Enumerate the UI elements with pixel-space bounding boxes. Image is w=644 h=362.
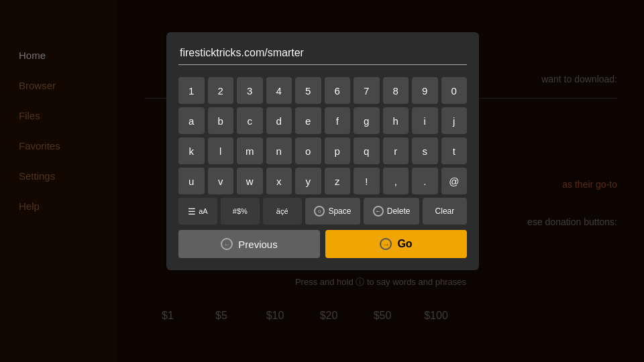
key-a[interactable]: a (178, 107, 205, 134)
go-button[interactable]: → Go (325, 230, 467, 258)
letter-row-3: u v w x y z ! , . @ (178, 168, 467, 194)
key-n[interactable]: n (266, 137, 292, 164)
key-e[interactable]: e (295, 107, 321, 134)
key-r[interactable]: r (383, 137, 409, 164)
menu-icon: ☰ (188, 206, 196, 217)
key-5[interactable]: 5 (295, 77, 321, 104)
go-label: Go (397, 238, 412, 250)
letter-row-2: k l m n o p q r s t (178, 137, 467, 164)
special-row: ☰ aA #$% äçé ○ Space ← Delete Clear (178, 198, 467, 225)
key-q[interactable]: q (354, 137, 380, 164)
circle-delete-icon: ← (373, 206, 384, 217)
key-comma[interactable]: , (383, 168, 409, 194)
number-row: 1 2 3 4 5 6 7 8 9 0 (178, 77, 467, 104)
key-delete[interactable]: ← Delete (364, 198, 419, 225)
key-accents[interactable]: äçé (263, 198, 302, 225)
key-y[interactable]: y (295, 168, 321, 194)
key-space[interactable]: ○ Space (305, 198, 361, 225)
key-period[interactable]: . (412, 168, 438, 194)
key-m[interactable]: m (237, 137, 263, 164)
key-8[interactable]: 8 (383, 77, 409, 104)
key-exclaim[interactable]: ! (354, 168, 380, 194)
key-7[interactable]: 7 (354, 77, 380, 104)
key-c[interactable]: c (237, 107, 263, 134)
key-f[interactable]: f (325, 107, 351, 134)
url-input[interactable] (178, 44, 467, 65)
action-row: ← Previous → Go (178, 230, 467, 258)
key-z[interactable]: z (325, 168, 351, 194)
key-s[interactable]: s (412, 137, 438, 164)
virtual-keyboard: 1 2 3 4 5 6 7 8 9 0 a b c d e f g h i j … (178, 77, 467, 225)
circle-space-icon: ○ (314, 206, 325, 217)
space-label: Space (328, 206, 351, 216)
key-0[interactable]: 0 (441, 77, 468, 104)
circle-go-icon: → (380, 238, 392, 250)
key-w[interactable]: w (237, 168, 263, 194)
key-t[interactable]: t (441, 137, 468, 164)
key-at[interactable]: @ (441, 168, 468, 194)
key-6[interactable]: 6 (325, 77, 351, 104)
letter-row-1: a b c d e f g h i j (178, 107, 467, 134)
key-p[interactable]: p (325, 137, 351, 164)
previous-label: Previous (238, 239, 277, 250)
key-1[interactable]: 1 (178, 77, 205, 104)
key-h[interactable]: h (383, 107, 409, 134)
key-i[interactable]: i (412, 107, 438, 134)
key-caps[interactable]: ☰ aA (178, 198, 217, 225)
previous-button[interactable]: ← Previous (178, 230, 320, 258)
key-u[interactable]: u (178, 168, 205, 194)
key-symbols[interactable]: #$% (221, 198, 260, 225)
key-4[interactable]: 4 (266, 77, 292, 104)
caps-label: aA (199, 207, 207, 215)
key-clear[interactable]: Clear (423, 198, 467, 225)
key-j[interactable]: j (441, 107, 468, 134)
keyboard-dialog: 1 2 3 4 5 6 7 8 9 0 a b c d e f g h i j … (166, 32, 479, 270)
key-d[interactable]: d (266, 107, 292, 134)
key-2[interactable]: 2 (208, 77, 234, 104)
key-l[interactable]: l (208, 137, 234, 164)
key-k[interactable]: k (178, 137, 205, 164)
key-3[interactable]: 3 (237, 77, 263, 104)
key-v[interactable]: v (208, 168, 234, 194)
delete-label: Delete (387, 206, 411, 216)
key-9[interactable]: 9 (412, 77, 438, 104)
key-g[interactable]: g (354, 107, 380, 134)
key-x[interactable]: x (266, 168, 292, 194)
circle-prev-icon: ← (221, 238, 233, 250)
key-o[interactable]: o (295, 137, 321, 164)
key-b[interactable]: b (208, 107, 234, 134)
